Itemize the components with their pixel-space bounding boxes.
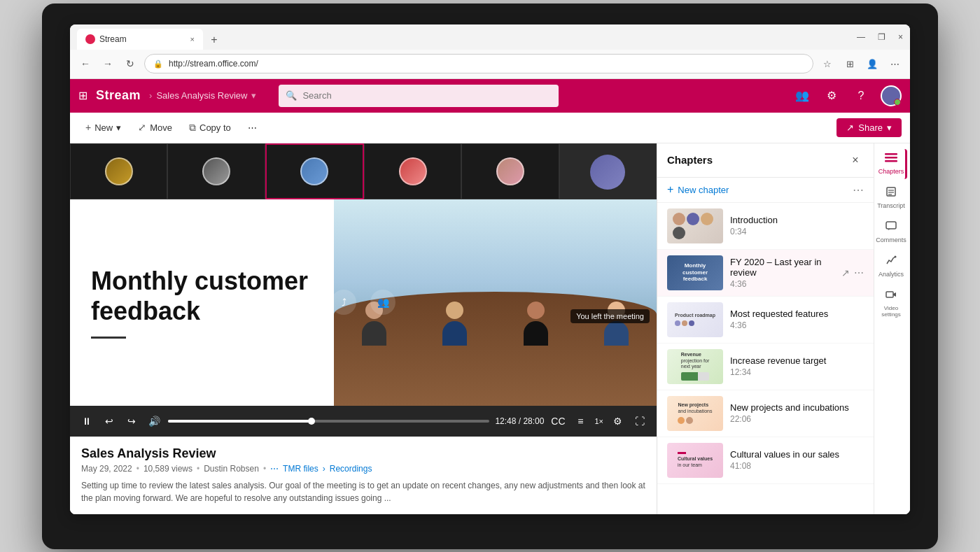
tab-close-btn[interactable]: × — [190, 35, 195, 43]
search-box[interactable]: 🔍 — [279, 85, 559, 107]
people-icon[interactable]: 👥 — [792, 86, 812, 106]
person-face-1 — [105, 157, 133, 185]
profile-icon[interactable]: 👤 — [864, 55, 881, 72]
slide-display: Monthly customer feedback — [70, 199, 334, 406]
play-pause-btn[interactable]: ⏸ — [78, 413, 95, 430]
chapters-list: Introduction 0:34 Monthlycustomerfeedbac… — [657, 203, 874, 514]
chapter-item-4[interactable]: New projects and incubations N — [657, 390, 874, 437]
address-bar[interactable]: 🔒 http://stream.office.com/ — [144, 54, 813, 73]
chapter-item-2[interactable]: Product roadmap Most reques — [657, 297, 874, 344]
settings-video-btn[interactable]: ⚙ — [609, 413, 626, 430]
video-views: 10,589 views — [144, 464, 192, 474]
video-bottom-bar: ⏸ ↩ ↪ 🔊 12:48 / 28:00 CC ≡ 1× ⚙ ⛶ — [70, 406, 657, 437]
share-video-icon[interactable]: ⤴ — [331, 290, 356, 315]
move-button[interactable]: ⤢ Move — [131, 118, 179, 136]
thumb-participant-5[interactable] — [461, 143, 559, 199]
sidebar-item-chapters[interactable]: Chapters — [878, 149, 907, 179]
chapter-item-0[interactable]: Introduction 0:34 — [657, 203, 874, 250]
new-chapter-label: New chapter — [678, 185, 729, 195]
thumb-participant-1[interactable] — [70, 143, 167, 199]
copy-icon: ⧉ — [189, 122, 196, 134]
chapter-item-1[interactable]: Monthlycustomerfeedback FY 2020 – Last y… — [657, 250, 874, 297]
chapters-icon — [885, 153, 897, 166]
chapter-thumb-img-1: Monthlycustomerfeedback — [667, 255, 723, 290]
rewind-btn[interactable]: ↩ — [101, 413, 118, 430]
svg-point-8 — [895, 255, 897, 257]
chapter-info-5: Cultural values in our sales 41:08 — [730, 449, 864, 471]
browser-tab[interactable]: Stream × — [77, 29, 203, 50]
captions-btn[interactable]: CC — [550, 413, 566, 430]
sidebar-item-video-settings[interactable]: Video settings — [878, 285, 907, 322]
user-avatar[interactable] — [881, 85, 902, 106]
breadcrumb-dropdown-icon[interactable]: ▾ — [251, 90, 256, 101]
chapter-more-btn[interactable]: ⋯ — [854, 267, 864, 278]
forward-btn[interactable]: → — [99, 55, 116, 72]
new-chapter-btn[interactable]: + New chapter ⋯ — [657, 178, 874, 203]
fullscreen-btn[interactable]: ⛶ — [631, 413, 648, 430]
video-section: Monthly customer feedback — [70, 143, 657, 514]
video-settings-sidebar-label: Video settings — [881, 305, 902, 318]
win-close-btn[interactable]: × — [898, 32, 903, 42]
refresh-btn[interactable]: ↻ — [122, 55, 139, 72]
chapter-info-4: New projects and incubations 22:06 — [730, 402, 864, 424]
chapter-share-btn[interactable]: ↗ — [841, 267, 850, 278]
progress-bar[interactable] — [168, 420, 489, 423]
new-button[interactable]: + New ▾ — [78, 118, 128, 136]
search-input[interactable] — [302, 90, 552, 101]
video-info: Sales Analysis Review May 29, 2022 • 10,… — [70, 437, 657, 514]
forward-btn[interactable]: ↪ — [123, 413, 140, 430]
chapter-more-icon[interactable]: ⋯ — [853, 183, 864, 197]
settings-more-icon[interactable]: ⋯ — [886, 55, 903, 72]
copy-to-button[interactable]: ⧉ Copy to — [182, 118, 238, 137]
thumb-participant-6[interactable] — [559, 143, 657, 199]
chapter-thumb-4: New projects and incubations — [667, 396, 723, 431]
chapter-time-0: 0:34 — [730, 227, 864, 236]
more-button[interactable]: ⋯ — [241, 119, 264, 136]
progress-dot — [308, 418, 315, 425]
window-controls: — ❐ × — [857, 32, 903, 42]
win-minimize-btn[interactable]: — — [857, 32, 865, 42]
settings-icon[interactable]: ⚙ — [822, 86, 841, 106]
sidebar-item-analytics[interactable]: Analytics — [878, 250, 907, 282]
sidebar-item-comments[interactable]: Comments — [878, 216, 907, 248]
chapter-name-0: Introduction — [730, 215, 864, 225]
volume-btn[interactable]: 🔊 — [146, 413, 162, 430]
transcript-icon — [886, 186, 897, 200]
app-grid-icon[interactable]: ⊞ — [78, 89, 88, 102]
video-player[interactable]: Monthly customer feedback — [70, 199, 657, 406]
help-icon[interactable]: ? — [851, 86, 871, 106]
recordings-link[interactable]: Recordings — [330, 464, 372, 474]
person-face-round — [590, 155, 625, 190]
thumb-participant-2[interactable] — [167, 143, 265, 199]
svg-rect-2 — [885, 160, 897, 162]
chapter-actions-1: ↗ ⋯ — [841, 267, 864, 278]
participants-icon[interactable]: 👥 — [370, 290, 396, 315]
breadcrumb-page[interactable]: Sales Analysis Review — [156, 90, 247, 101]
share-button[interactable]: ↗ Share ▾ — [836, 118, 902, 137]
browser-addressbar: ← → ↻ 🔒 http://stream.office.com/ ☆ ⊞ 👤 … — [70, 50, 910, 79]
sidebar-item-transcript[interactable]: Transcript — [878, 182, 907, 213]
new-dropdown-icon: ▾ — [116, 122, 121, 133]
analytics-sidebar-label: Analytics — [878, 271, 904, 278]
chapter-info-2: Most requested features 4:36 — [730, 309, 864, 330]
favorites-icon[interactable]: ☆ — [819, 55, 836, 72]
transcript-toggle-btn[interactable]: ≡ — [572, 413, 589, 430]
thumb-participant-4[interactable] — [364, 143, 461, 199]
chapter-item-3[interactable]: Revenue projection for next year Increas… — [657, 344, 874, 390]
speed-btn[interactable]: 1× — [594, 417, 603, 425]
transcript-sidebar-label: Transcript — [877, 202, 905, 209]
win-maximize-btn[interactable]: ❐ — [878, 32, 886, 42]
svg-rect-1 — [885, 157, 897, 159]
more-meta-link[interactable]: ⋯ — [270, 464, 279, 474]
thumb-participant-3[interactable] — [265, 143, 364, 199]
collections-icon[interactable]: ⊞ — [841, 55, 858, 72]
chapter-item-5[interactable]: Cultural values in our team Cultural val… — [657, 437, 874, 484]
tmr-files-link[interactable]: TMR files — [283, 464, 318, 474]
chapters-close-btn[interactable]: × — [847, 152, 864, 169]
chapter-thumb-img-2: Product roadmap — [667, 302, 723, 337]
online-status-dot — [894, 99, 901, 106]
new-tab-btn[interactable]: + — [204, 30, 224, 50]
back-btn[interactable]: ← — [77, 55, 94, 72]
app-header: ⊞ Stream › Sales Analysis Review ▾ 🔍 👥 ⚙… — [70, 79, 910, 113]
app-header-icons: 👥 ⚙ ? — [792, 85, 902, 106]
